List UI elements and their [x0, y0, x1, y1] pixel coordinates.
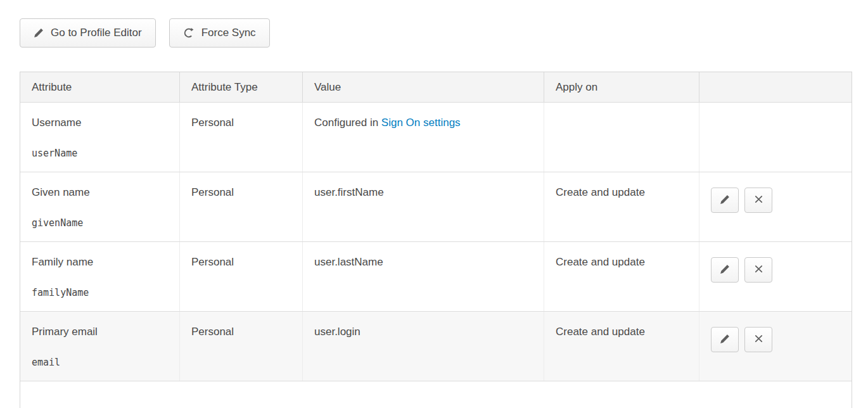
close-icon	[754, 334, 763, 345]
value-cell: user.firstName	[303, 172, 544, 241]
pencil-icon	[720, 334, 730, 346]
apply-on-cell	[544, 103, 699, 172]
apply-on-cell: Create and update	[544, 312, 699, 381]
actions-cell	[699, 242, 852, 311]
pencil-icon	[34, 28, 44, 38]
delete-button[interactable]	[744, 257, 772, 283]
close-icon	[754, 194, 763, 206]
apply-on-cell: Create and update	[544, 172, 699, 241]
attribute-cell: Username userName	[20, 103, 180, 172]
header-actions	[699, 72, 852, 102]
table-row: Username userName Personal Configured in…	[20, 102, 852, 172]
header-value: Value	[303, 72, 544, 102]
attribute-label: Given name	[32, 186, 168, 200]
attribute-variable-name: userName	[32, 147, 168, 160]
sign-on-settings-link[interactable]: Sign On settings	[381, 117, 461, 129]
attribute-label: Primary email	[32, 325, 168, 339]
go-to-profile-editor-button[interactable]: Go to Profile Editor	[20, 18, 156, 48]
attribute-variable-name: givenName	[32, 217, 168, 229]
force-sync-button[interactable]: Force Sync	[169, 18, 270, 48]
actions-cell	[699, 312, 852, 381]
actions-cell	[699, 103, 852, 172]
header-attribute-type: Attribute Type	[180, 72, 303, 102]
apply-on-cell: Create and update	[544, 242, 699, 311]
delete-button[interactable]	[744, 188, 772, 213]
toolbar: Go to Profile Editor Force Sync	[20, 18, 270, 48]
value-cell: Configured in Sign On settings	[303, 103, 544, 172]
table-row: Primary email email Personal user.login …	[20, 311, 852, 381]
edit-button[interactable]	[711, 188, 739, 213]
actions-cell	[699, 172, 852, 241]
attribute-variable-name: email	[32, 356, 168, 369]
header-apply-on: Apply on	[544, 72, 699, 102]
attribute-type-cell: Personal	[180, 172, 303, 241]
edit-button[interactable]	[711, 327, 739, 352]
pencil-icon	[720, 264, 730, 276]
header-attribute: Attribute	[20, 72, 180, 102]
attribute-cell: Family name familyName	[20, 242, 180, 311]
edit-button[interactable]	[711, 257, 739, 283]
attribute-cell: Given name givenName	[20, 172, 180, 241]
attribute-label: Family name	[32, 255, 168, 269]
value-text: Configured in	[314, 117, 378, 129]
attribute-type-cell: Personal	[180, 312, 303, 381]
close-icon	[754, 264, 763, 276]
table-row: Given name givenName Personal user.first…	[20, 172, 852, 241]
value-cell: user.login	[303, 312, 544, 381]
attribute-cell: Primary email email	[20, 312, 180, 381]
attribute-label: Username	[32, 116, 168, 130]
refresh-icon	[183, 27, 195, 39]
attribute-type-cell: Personal	[180, 103, 303, 172]
attribute-variable-name: familyName	[32, 286, 168, 299]
delete-button[interactable]	[744, 327, 772, 352]
pencil-icon	[720, 194, 730, 207]
table-row: Family name familyName Personal user.las…	[20, 241, 852, 311]
empty-row-spacer	[20, 381, 852, 408]
table-header-row: Attribute Attribute Type Value Apply on	[20, 72, 852, 102]
attribute-mappings-table: Attribute Attribute Type Value Apply on …	[20, 72, 852, 408]
go-to-profile-editor-label: Go to Profile Editor	[51, 27, 142, 39]
force-sync-label: Force Sync	[201, 27, 256, 39]
attribute-type-cell: Personal	[180, 242, 303, 311]
table-row-partial	[20, 381, 852, 408]
value-cell: user.lastName	[303, 242, 544, 311]
